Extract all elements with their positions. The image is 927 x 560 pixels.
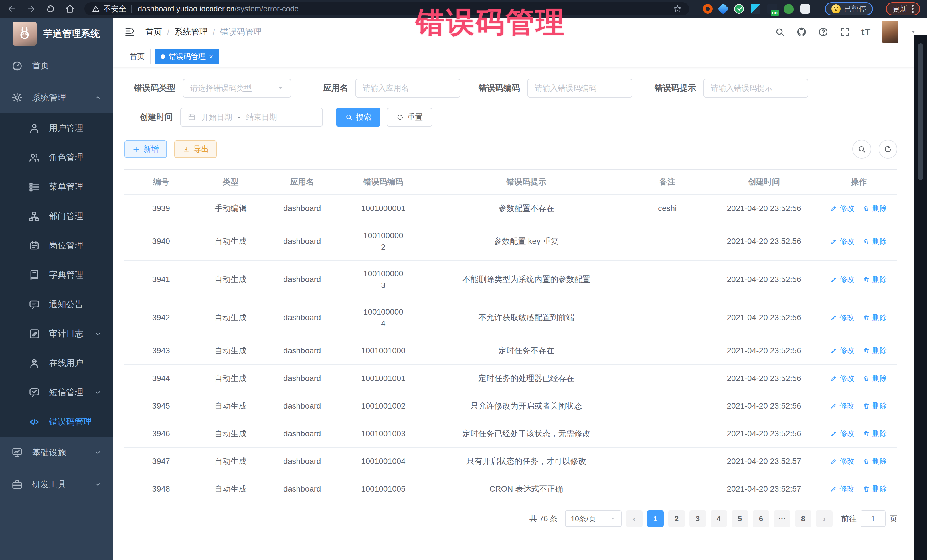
- edit-button[interactable]: 修改: [830, 203, 854, 214]
- edit-button[interactable]: 修改: [830, 484, 854, 495]
- extension-on-badge-icon[interactable]: [767, 4, 777, 14]
- error-code-input[interactable]: 请输入错误码编码: [527, 79, 632, 97]
- sidebar-item-system-management[interactable]: 系统管理: [0, 82, 113, 114]
- page-button-8[interactable]: 8: [795, 510, 812, 527]
- next-page-button[interactable]: ›: [816, 510, 833, 527]
- toggle-search-button[interactable]: [852, 140, 871, 159]
- page-size-select[interactable]: 10条/页: [565, 510, 622, 527]
- edit-button[interactable]: 修改: [830, 313, 854, 323]
- table-row[interactable]: 3947自动生成dashboard1001001004只有开启状态的任务，才可以…: [125, 448, 897, 475]
- page-button-2[interactable]: 2: [668, 510, 685, 527]
- search-button[interactable]: 搜索: [336, 108, 380, 127]
- refresh-table-button[interactable]: [878, 140, 897, 159]
- extension-gem-icon[interactable]: [718, 3, 729, 15]
- extension-orange-icon[interactable]: [703, 4, 713, 14]
- github-icon[interactable]: [796, 27, 807, 37]
- export-button[interactable]: 导出: [174, 140, 217, 158]
- app-logo[interactable]: 芋道管理系统: [0, 18, 113, 50]
- edit-button[interactable]: 修改: [830, 373, 854, 384]
- scrollbar-thumb[interactable]: [918, 43, 923, 180]
- browser-home-icon[interactable]: [65, 4, 75, 14]
- sidebar-item-home[interactable]: 首页: [0, 50, 113, 82]
- error-type-select[interactable]: 请选择错误码类型: [183, 79, 291, 97]
- header-search-icon[interactable]: [775, 27, 785, 37]
- page-button-4[interactable]: 4: [711, 510, 727, 527]
- page-ellipsis-button[interactable]: ···: [774, 510, 790, 527]
- table-row[interactable]: 3939手动编辑dashboard1001000001参数配置不存在ceshi2…: [125, 195, 897, 222]
- add-button[interactable]: 新增: [125, 140, 167, 158]
- reset-button[interactable]: 重置: [387, 108, 432, 127]
- table-row[interactable]: 3942自动生成dashboard100100000 4不允许获取敏感配置到前端…: [125, 299, 897, 337]
- sidebar-item-error-code-management[interactable]: 错误码管理: [0, 407, 113, 437]
- paused-extension-badge[interactable]: 已暂停: [825, 2, 873, 15]
- sidebar-item-menu-management[interactable]: 菜单管理: [0, 172, 113, 202]
- table-row[interactable]: 3944自动生成dashboard1001001001定时任务的处理器已经存在2…: [125, 365, 897, 392]
- delete-button[interactable]: 删除: [863, 428, 887, 439]
- table-row[interactable]: 3943自动生成dashboard1001001000定时任务不存在2021-0…: [125, 337, 897, 365]
- prev-page-button[interactable]: ‹: [626, 510, 643, 527]
- sidebar-item-dept-management[interactable]: 部门管理: [0, 202, 113, 231]
- sidebar-item-online-users[interactable]: 在线用户: [0, 348, 113, 378]
- sidebar-item-sms-management[interactable]: 短信管理: [0, 378, 113, 407]
- delete-button[interactable]: 删除: [863, 345, 887, 356]
- browser-back-icon[interactable]: [7, 4, 17, 14]
- sidebar-item-notice[interactable]: 通知公告: [0, 290, 113, 319]
- date-range-picker[interactable]: 开始日期 - 结束日期: [180, 108, 323, 127]
- fullscreen-icon[interactable]: [840, 27, 850, 37]
- sidebar-item-audit-log[interactable]: 审计日志: [0, 319, 113, 348]
- delete-button[interactable]: 删除: [863, 484, 887, 495]
- delete-button[interactable]: 删除: [863, 456, 887, 467]
- tab-error-code[interactable]: 错误码管理×: [155, 49, 219, 64]
- sidebar-item-dev-tools[interactable]: 研发工具: [0, 469, 113, 501]
- font-size-icon[interactable]: tT: [862, 27, 871, 37]
- table-row[interactable]: 3948自动生成dashboard1001001005CRON 表达式不正确20…: [125, 475, 897, 503]
- app-name-input[interactable]: 请输入应用名: [356, 79, 460, 97]
- extensions-puzzle-icon[interactable]: [800, 4, 810, 14]
- help-icon[interactable]: [818, 27, 828, 37]
- edit-button[interactable]: 修改: [830, 274, 854, 285]
- browser-update-button[interactable]: 更新: [886, 2, 920, 15]
- address-bar[interactable]: 不安全 dashboard.yudao.iocoder.cn/system/er…: [84, 2, 689, 15]
- browser-forward-icon[interactable]: [26, 4, 36, 14]
- delete-button[interactable]: 删除: [863, 401, 887, 411]
- window-scrollbar[interactable]: [915, 35, 927, 560]
- table-row[interactable]: 3940自动生成dashboard100100000 2参数配置 key 重复2…: [125, 222, 897, 261]
- extension-key-icon[interactable]: [784, 4, 793, 14]
- edit-button[interactable]: 修改: [830, 236, 854, 247]
- extension-green-check-icon[interactable]: [734, 4, 744, 14]
- avatar-caret-icon[interactable]: [910, 29, 917, 35]
- breadcrumb-item-1[interactable]: 系统管理: [175, 26, 208, 38]
- edit-button[interactable]: 修改: [830, 345, 854, 356]
- table-row[interactable]: 3941自动生成dashboard100100000 3不能删除类型为系统内置的…: [125, 261, 897, 299]
- table-row[interactable]: 3946自动生成dashboard1001001003定时任务已经处于该状态，无…: [125, 420, 897, 448]
- breadcrumb-item-0[interactable]: 首页: [146, 26, 162, 38]
- browser-menu-icon[interactable]: [912, 5, 913, 13]
- table-row[interactable]: 3945自动生成dashboard1001001002只允许修改为开启或者关闭状…: [125, 392, 897, 420]
- browser-reload-icon[interactable]: [46, 4, 55, 14]
- edit-button[interactable]: 修改: [830, 401, 854, 411]
- tab-home[interactable]: 首页: [124, 49, 150, 64]
- edit-button[interactable]: 修改: [830, 428, 854, 439]
- page-button-1[interactable]: 1: [647, 510, 664, 527]
- page-button-6[interactable]: 6: [753, 510, 769, 527]
- sidebar-item-role-management[interactable]: 角色管理: [0, 143, 113, 172]
- page-button-3[interactable]: 3: [689, 510, 706, 527]
- bookmark-star-icon[interactable]: [673, 5, 682, 13]
- error-msg-input[interactable]: 请输入错误码提示: [704, 79, 808, 97]
- page-button-5[interactable]: 5: [732, 510, 748, 527]
- user-avatar[interactable]: [882, 21, 898, 43]
- delete-button[interactable]: 删除: [863, 313, 887, 323]
- delete-button[interactable]: 删除: [863, 373, 887, 384]
- sidebar-item-user-management[interactable]: 用户管理: [0, 114, 113, 143]
- delete-button[interactable]: 删除: [863, 274, 887, 285]
- close-tab-icon[interactable]: ×: [209, 53, 213, 61]
- sidebar-item-infrastructure[interactable]: 基础设施: [0, 437, 113, 469]
- hamburger-icon[interactable]: [124, 26, 136, 38]
- sidebar-item-dict-management[interactable]: 字典管理: [0, 260, 113, 290]
- delete-button[interactable]: 删除: [863, 236, 887, 247]
- extension-mosaic-icon[interactable]: [751, 4, 760, 14]
- sidebar-item-post-management[interactable]: 岗位管理: [0, 231, 113, 260]
- edit-button[interactable]: 修改: [830, 456, 854, 467]
- delete-button[interactable]: 删除: [863, 203, 887, 214]
- goto-page-input[interactable]: [860, 510, 886, 527]
